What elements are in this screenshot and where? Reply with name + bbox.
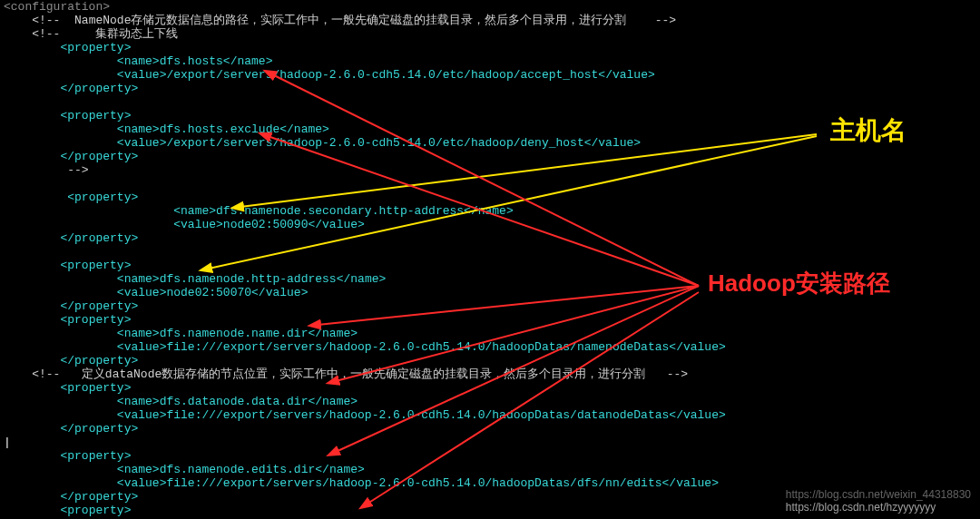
name-val: dfs.namenode.secondary.http-address <box>216 204 464 218</box>
value-val: node02:50090 <box>223 218 309 231</box>
value-val: node02:50070 <box>166 286 251 299</box>
name-tag-close: </name> <box>464 204 514 218</box>
value-tag: <value> <box>117 136 167 150</box>
property-open: <property> <box>60 109 131 122</box>
property-open: <property> <box>60 41 131 54</box>
property-close: </property> <box>60 422 138 436</box>
name-val: dfs.hosts <box>160 54 223 68</box>
value-tag-close: </value> <box>308 218 364 231</box>
comment-namenode: <!-- NameNode存储元数据信息的路径，实际工作中，一般先确定磁盘的挂载… <box>32 14 676 27</box>
value-tag: <value> <box>117 476 167 490</box>
name-tag: <name> <box>117 122 160 136</box>
value-tag: <value> <box>117 286 167 299</box>
value-tag-close: </value> <box>251 286 308 299</box>
value-tag: <value> <box>173 218 223 231</box>
name-tag: <name> <box>117 54 160 68</box>
value-tag-close: </value> <box>598 68 654 82</box>
comment-end: --> <box>60 163 88 177</box>
name-tag-close: </name> <box>308 395 358 408</box>
configuration-tag: <configuration> <box>4 0 110 14</box>
value-val: file:///export/servers/hadoop-2.6.0-cdh5… <box>166 476 662 490</box>
value-val: file:///export/servers/hadoop-2.6.0-cdh5… <box>166 408 669 422</box>
value-val: file:///export/servers/hadoop-2.6.0-cdh5… <box>166 340 669 354</box>
value-val: /export/servers/hadoop-2.6.0-cdh5.14.0/e… <box>166 68 598 82</box>
name-tag-close: </name> <box>315 463 365 476</box>
name-tag: <name> <box>117 272 160 286</box>
property-close: </property> <box>60 231 138 245</box>
property-open: <property> <box>60 381 131 395</box>
value-tag-close: </value> <box>662 476 719 490</box>
value-val: /export/servers/hadoop-2.6.0-cdh5.14.0/e… <box>166 136 583 150</box>
name-tag: <name> <box>117 327 160 340</box>
name-val: dfs.hosts.exclude <box>160 122 280 136</box>
property-open: <property> <box>60 449 131 463</box>
name-val: dfs.datanode.data.dir <box>160 395 309 408</box>
property-close: </property> <box>60 150 138 163</box>
watermark: https://blog.csdn.net/weixin_44318830 ht… <box>786 488 971 514</box>
property-open: <property> <box>60 504 131 517</box>
value-tag-close: </value> <box>669 340 725 354</box>
property-open: <property> <box>60 259 131 272</box>
value-tag: <value> <box>117 340 167 354</box>
name-val: dfs.namenode.name.dir <box>160 327 309 340</box>
name-tag: <name> <box>173 204 216 218</box>
property-close: </property> <box>60 354 138 367</box>
property-open: <property> <box>60 313 131 327</box>
name-tag: <name> <box>117 463 160 476</box>
property-close: </property> <box>60 299 138 313</box>
property-close: </property> <box>60 82 138 95</box>
name-tag-close: </name> <box>223 54 273 68</box>
name-val: dfs.namenode.edits.dir <box>160 463 316 476</box>
name-tag: <name> <box>117 395 160 408</box>
comment-datanode: <!-- 定义dataNode数据存储的节点位置，实际工作中，一般先确定磁盘的挂… <box>32 367 688 381</box>
comment-cluster: <!-- 集群动态上下线 <box>32 27 178 41</box>
name-val: dfs.namenode.http-address <box>160 272 337 286</box>
name-tag-close: </name> <box>308 327 358 340</box>
value-tag-close: </value> <box>669 408 725 422</box>
value-tag-close: </value> <box>584 136 641 150</box>
value-tag: <value> <box>117 408 167 422</box>
xml-config-editor[interactable]: <configuration> <!-- NameNode存储元数据信息的路径，… <box>0 0 980 519</box>
name-tag-close: </name> <box>337 272 387 286</box>
property-open: <property> <box>60 191 138 204</box>
value-tag: <value> <box>117 68 167 82</box>
property-close: </property> <box>60 490 138 504</box>
text-cursor: | <box>4 436 11 449</box>
name-tag-close: </name> <box>279 122 329 136</box>
